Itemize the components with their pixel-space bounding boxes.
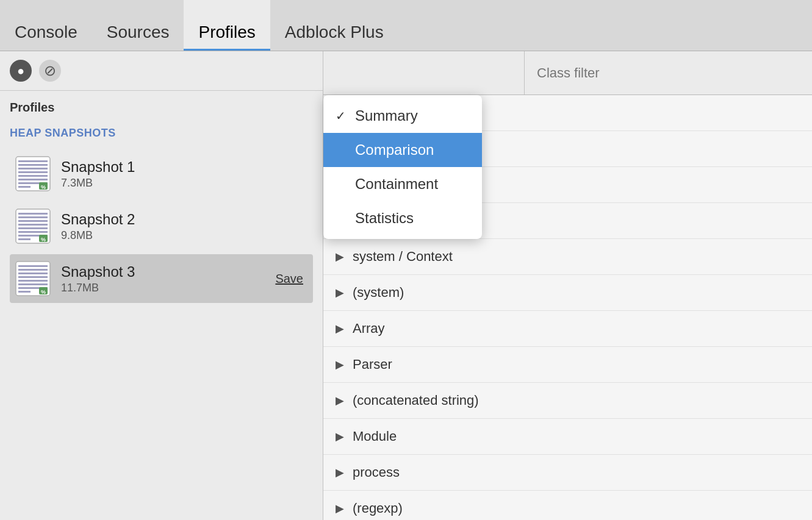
svg-rect-13	[18, 216, 48, 218]
dropdown-menu: ✓ Summary Comparison Containment Statist…	[323, 95, 482, 239]
tab-profiles[interactable]: Profiles	[184, 0, 270, 51]
clear-button[interactable]: ⊘	[39, 60, 61, 82]
sidebar-content: Profiles HEAP SNAPSHOTS	[0, 91, 323, 520]
snapshot-save-button[interactable]: Save	[270, 269, 308, 288]
checkmark-icon: ✓	[336, 109, 348, 123]
tab-sources[interactable]: Sources	[92, 0, 184, 51]
list-item-Array[interactable]: ▶ Array	[323, 311, 812, 347]
snapshot-1-size: 7.3MB	[61, 177, 308, 190]
svg-rect-3	[18, 168, 48, 169]
snapshot-icon-3: %	[15, 260, 51, 297]
list-item-label: Parser	[353, 357, 392, 372]
svg-rect-26	[18, 276, 48, 278]
dropdown-item-label: Comparison	[355, 141, 434, 158]
list-item-process[interactable]: ▶ process	[323, 455, 812, 491]
svg-text:%: %	[41, 184, 46, 190]
no-checkmark-space	[336, 176, 348, 193]
dropdown-item-label: Containment	[355, 176, 438, 193]
snapshot-3-name: Snapshot 3	[61, 263, 270, 280]
svg-rect-1	[18, 160, 48, 162]
class-filter-area	[525, 51, 812, 94]
svg-rect-6	[18, 179, 48, 180]
svg-rect-19	[18, 238, 31, 240]
tab-adblock[interactable]: Adblock Plus	[270, 0, 398, 51]
list-item-parser[interactable]: ▶ Parser	[323, 347, 812, 383]
snapshot-item-3[interactable]: % Snapshot 3 11.7MB Save	[10, 254, 313, 303]
snapshot-1-info: Snapshot 1 7.3MB	[61, 158, 308, 190]
list-item-label: (system)	[353, 285, 404, 301]
list-item-label: system / Context	[353, 249, 453, 265]
dropdown-item-summary[interactable]: ✓ Summary	[323, 99, 482, 133]
dropdown-overlay: ✓ Summary Comparison Containment Statist…	[323, 95, 482, 239]
svg-rect-8	[18, 186, 31, 188]
sidebar-section-title: Profiles	[10, 101, 313, 115]
svg-rect-28	[18, 283, 48, 285]
dropdown-item-label: Statistics	[355, 210, 414, 227]
class-filter-input[interactable]	[537, 65, 800, 81]
svg-rect-24	[18, 269, 48, 271]
expand-icon-system-context: ▶	[336, 250, 344, 263]
dropdown-item-containment[interactable]: Containment	[323, 167, 482, 201]
tab-console[interactable]: Console	[0, 0, 92, 51]
expand-icon-Array: ▶	[336, 322, 344, 335]
snapshot-2-info: Snapshot 2 9.8MB	[61, 211, 308, 242]
snapshot-item-1[interactable]: % Snapshot 1 7.3MB	[10, 149, 313, 198]
expand-icon-concat-string: ▶	[336, 394, 344, 407]
svg-rect-12	[18, 213, 48, 215]
expand-icon-regexp: ▶	[336, 502, 344, 515]
svg-rect-4	[18, 171, 48, 173]
list-item-label: (regexp)	[353, 500, 403, 516]
record-button[interactable]: ●	[10, 60, 32, 82]
dropdown-item-comparison[interactable]: Comparison	[323, 133, 482, 167]
expand-icon-system: ▶	[336, 286, 344, 299]
svg-rect-16	[18, 227, 48, 229]
svg-text:%: %	[41, 289, 46, 295]
sidebar: ● ⊘ Profiles HEAP SNAPSHOTS	[0, 51, 323, 520]
list-item-label: Array	[353, 321, 385, 337]
snapshot-icon-1: %	[15, 155, 51, 192]
snapshot-2-name: Snapshot 2	[61, 211, 308, 228]
svg-rect-15	[18, 224, 48, 226]
sidebar-toolbar: ● ⊘	[0, 51, 323, 91]
svg-rect-27	[18, 280, 48, 282]
svg-rect-25	[18, 272, 48, 274]
svg-text:%: %	[41, 237, 46, 243]
dropdown-item-label: Summary	[355, 107, 418, 124]
snapshot-icon-2: %	[15, 208, 51, 244]
snapshot-3-size: 11.7MB	[61, 282, 270, 294]
snapshot-3-info: Snapshot 3 11.7MB	[61, 263, 270, 294]
record-icon: ●	[17, 64, 24, 78]
snapshot-1-name: Snapshot 1	[61, 158, 308, 176]
tab-bar: Console Sources Profiles Adblock Plus	[0, 0, 812, 51]
svg-rect-23	[18, 265, 48, 267]
clear-icon: ⊘	[44, 62, 56, 79]
expand-icon-parser: ▶	[336, 358, 344, 371]
svg-rect-17	[18, 231, 48, 233]
svg-rect-2	[18, 164, 48, 166]
top-controls	[323, 51, 812, 95]
svg-rect-5	[18, 175, 48, 177]
list-item-label: process	[353, 465, 400, 480]
no-checkmark-space	[336, 141, 348, 158]
list-item-concat-string[interactable]: ▶ (concatenated string)	[323, 383, 812, 419]
svg-rect-30	[18, 291, 31, 293]
snapshot-2-size: 9.8MB	[61, 229, 308, 242]
expand-icon-module: ▶	[336, 430, 344, 443]
sidebar-subsection-title: HEAP SNAPSHOTS	[10, 127, 313, 140]
dropdown-item-statistics[interactable]: Statistics	[323, 201, 482, 235]
list-item-regexp[interactable]: ▶ (regexp)	[323, 491, 812, 520]
list-item-label: (concatenated string)	[353, 393, 479, 408]
list-item-module[interactable]: ▶ Module	[323, 419, 812, 455]
list-item-system-context[interactable]: ▶ system / Context	[323, 239, 812, 275]
view-select-area	[323, 51, 525, 94]
list-item-system[interactable]: ▶ (system)	[323, 275, 812, 311]
expand-icon-process: ▶	[336, 466, 344, 479]
list-item-label: Module	[353, 429, 397, 444]
svg-rect-14	[18, 220, 48, 222]
no-checkmark-space	[336, 210, 348, 227]
snapshot-item-2[interactable]: % Snapshot 2 9.8MB	[10, 202, 313, 251]
